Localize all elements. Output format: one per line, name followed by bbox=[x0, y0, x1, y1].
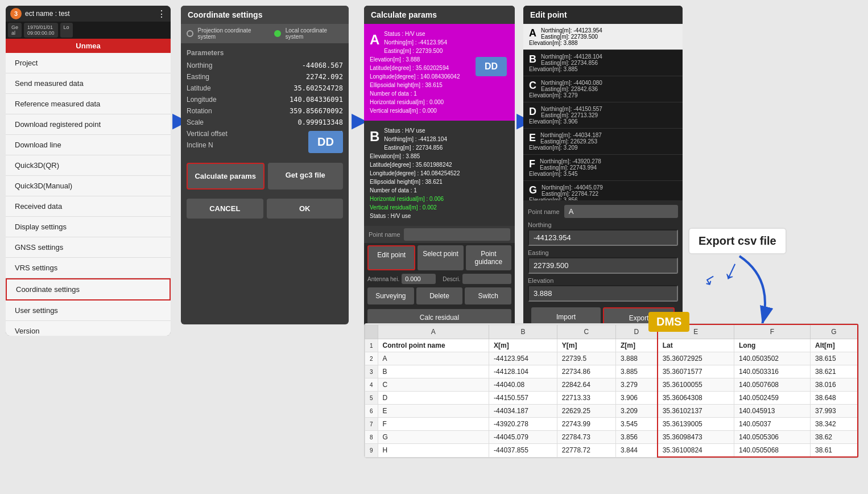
antenna-height-input[interactable] bbox=[402, 274, 436, 284]
edit-point-g-data: Northing[m]: -44045.079Easting[m]: 22784… bbox=[529, 184, 603, 200]
menu-item-coordinate-settings[interactable]: Coordinate settings bbox=[6, 278, 171, 300]
radio-projection-label: Projection coordinate system bbox=[198, 27, 267, 40]
csv-cell-1-a: Control point name bbox=[378, 339, 489, 352]
csv-col-f: F bbox=[734, 324, 810, 339]
edit-list-item-a[interactable]: A Northing[m]: -44123.954Easting[m]: 227… bbox=[523, 24, 683, 50]
csv-cell-1-g: Alt[m] bbox=[811, 339, 858, 352]
radio-projection[interactable] bbox=[187, 30, 193, 37]
csv-cell-9-name: H bbox=[378, 444, 489, 458]
calc-point-b-letter: B bbox=[370, 126, 379, 147]
csv-data-row-2: 2 A -44123.954 22739.5 3.888 35.36072925… bbox=[365, 352, 858, 365]
calc-select-point-btn[interactable]: Select point bbox=[418, 245, 463, 270]
edit-easting-input[interactable] bbox=[528, 257, 678, 274]
menu-item-display-settings[interactable]: Display settings bbox=[6, 217, 171, 237]
csv-cell-7-name: F bbox=[378, 418, 489, 431]
coord-row-scale: Scale 0.999913348 bbox=[187, 118, 343, 126]
calc-edit-point-btn[interactable]: Edit point bbox=[367, 245, 415, 270]
edit-northing-input[interactable] bbox=[528, 229, 678, 246]
calculate-params-btn[interactable]: Calculate params bbox=[187, 163, 264, 190]
menu-item-user-settings[interactable]: User settings bbox=[6, 300, 171, 321]
csv-cell-8-y: 22784.73 bbox=[557, 431, 615, 444]
edit-northing-label: Northing bbox=[528, 221, 678, 228]
csv-cell-3-lat: 35.36071577 bbox=[658, 365, 734, 378]
csv-cell-5-long: 140.0502459 bbox=[734, 392, 810, 405]
calc-point-b-status: Status : H/V use Northing[m] : -44128.10… bbox=[370, 127, 460, 219]
csv-cell-6-name: E bbox=[378, 405, 489, 418]
csv-cell-8-long: 140.0505306 bbox=[734, 431, 810, 444]
coord-value-scale: 0.999913348 bbox=[298, 118, 343, 126]
csv-data-row-header: 1 Control point name X[m] Y[m] Z[m] Lat … bbox=[365, 339, 858, 352]
edit-list-item-g[interactable]: G Northing[m]: -44045.079Easting[m]: 227… bbox=[523, 181, 683, 200]
descr-label: Descri. bbox=[443, 276, 460, 282]
radio-local[interactable] bbox=[274, 30, 281, 37]
csv-cell-7-y: 22743.99 bbox=[557, 418, 615, 431]
edit-list-item-e[interactable]: E Northing[m]: -44034.187Easting[m]: 226… bbox=[523, 129, 683, 155]
csv-cell-2-name: A bbox=[378, 352, 489, 365]
coord-action-buttons: Calculate params Get gc3 file bbox=[181, 158, 349, 194]
descr-input[interactable] bbox=[462, 274, 511, 284]
csv-cell-6-x: -44034.187 bbox=[489, 405, 557, 418]
csv-data-row-3: 3 B -44128.104 22734.86 3.885 35.3607157… bbox=[365, 365, 858, 378]
coord-bottom-buttons: CANCEL OK bbox=[181, 194, 349, 223]
coord-ok-btn[interactable]: OK bbox=[267, 199, 344, 219]
menu-item-download-line[interactable]: Download line bbox=[6, 135, 171, 155]
phone-menu-dots[interactable]: ⋮ bbox=[157, 9, 166, 19]
csv-cell-9-lat: 35.36100824 bbox=[658, 444, 734, 458]
csv-cell-2-y: 22739.5 bbox=[557, 352, 615, 365]
calc-delete-btn[interactable]: Delete bbox=[416, 287, 463, 304]
get-gc3-file-btn[interactable]: Get gc3 file bbox=[268, 163, 344, 190]
csv-cell-4-alt: 38.016 bbox=[811, 378, 858, 392]
coord-settings-title: Coordinate settings bbox=[181, 6, 349, 24]
edit-list-item-d[interactable]: D Northing[m]: -44150.557Easting[m]: 227… bbox=[523, 102, 683, 129]
menu-item-reference-measured[interactable]: Reference measured data bbox=[6, 94, 171, 114]
calc-switch-btn[interactable]: Switch bbox=[465, 287, 511, 304]
csv-col-c: C bbox=[557, 324, 615, 339]
menu-item-project[interactable]: Project bbox=[6, 53, 171, 73]
edit-easting-row: Easting bbox=[528, 249, 678, 274]
csv-cell-7-long: 140.05037 bbox=[734, 418, 810, 431]
csv-cell-4-lat: 35.36100055 bbox=[658, 378, 734, 392]
csv-cell-5-x: -44150.557 bbox=[489, 392, 557, 405]
edit-point-name-label: Point name bbox=[528, 208, 560, 215]
csv-cell-9-x: -44037.855 bbox=[489, 444, 557, 458]
edit-point-title: Edit point bbox=[523, 6, 683, 24]
edit-list-item-b[interactable]: B Northing[m]: -44128.104Easting[m]: 227… bbox=[523, 50, 683, 76]
csv-cell-5-name: D bbox=[378, 392, 489, 405]
csv-cell-6-alt: 37.993 bbox=[811, 405, 858, 418]
edit-point-c-letter: C bbox=[529, 80, 536, 92]
coord-value-easting: 22742.092 bbox=[306, 73, 343, 81]
menu-item-download-registered[interactable]: Download registered point bbox=[6, 114, 171, 135]
menu-item-quick3d-qr[interactable]: Quick3D(QR) bbox=[6, 155, 171, 176]
menu-item-quick3d-manual[interactable]: Quick3D(Manual) bbox=[6, 176, 171, 196]
csv-row-num-8: 8 bbox=[365, 431, 378, 444]
csv-cell-3-name: B bbox=[378, 365, 489, 378]
csv-cell-8-name: G bbox=[378, 431, 489, 444]
csv-data-row-7: 7 F -43920.278 22743.99 3.545 35.3613900… bbox=[365, 418, 858, 431]
edit-list-item-f[interactable]: F Northing[m]: -43920.278Easting[m]: 227… bbox=[523, 155, 683, 181]
calc-point-b: B Status : H/V use Northing[m] : -44128.… bbox=[364, 121, 515, 226]
calc-point-guidance-btn[interactable]: Point guidance bbox=[466, 245, 511, 270]
menu-item-gnss-settings[interactable]: GNSS settings bbox=[6, 237, 171, 258]
dms-badge: DMS bbox=[648, 312, 689, 332]
edit-point-panel: Edit point A Northing[m]: -44123.954East… bbox=[523, 6, 683, 330]
csv-data-row-4: 4 C -44040.08 22842.64 3.279 35.36100055… bbox=[365, 378, 858, 392]
csv-cell-3-x: -44128.104 bbox=[489, 365, 557, 378]
calc-params-title: Calculate params bbox=[364, 6, 515, 24]
edit-point-d-letter: D bbox=[529, 106, 536, 118]
menu-item-version[interactable]: Version bbox=[6, 321, 171, 336]
coord-cancel-btn[interactable]: CANCEL bbox=[187, 199, 263, 219]
edit-northing-row: Northing bbox=[528, 221, 678, 246]
edit-list-item-c[interactable]: C Northing[m]: -44040.080Easting[m]: 228… bbox=[523, 76, 683, 102]
edit-point-name-input[interactable] bbox=[564, 205, 678, 218]
csv-row-num-7: 7 bbox=[365, 418, 378, 431]
csv-cell-7-alt: 38.342 bbox=[811, 418, 858, 431]
calc-point-name-input[interactable] bbox=[404, 228, 510, 241]
menu-item-send-measured[interactable]: Send measured data bbox=[6, 73, 171, 94]
csv-row-num-3: 3 bbox=[365, 365, 378, 378]
surveying-btn[interactable]: Surveying bbox=[367, 287, 414, 304]
edit-point-a-data: Northing[m]: -44123.954Easting[m]: 22739… bbox=[529, 27, 602, 46]
menu-item-vrs-settings[interactable]: VRS settings bbox=[6, 258, 171, 278]
menu-item-received-data[interactable]: Received data bbox=[6, 196, 171, 217]
edit-elevation-input[interactable] bbox=[528, 285, 678, 302]
csv-cell-3-alt: 38.621 bbox=[811, 365, 858, 378]
